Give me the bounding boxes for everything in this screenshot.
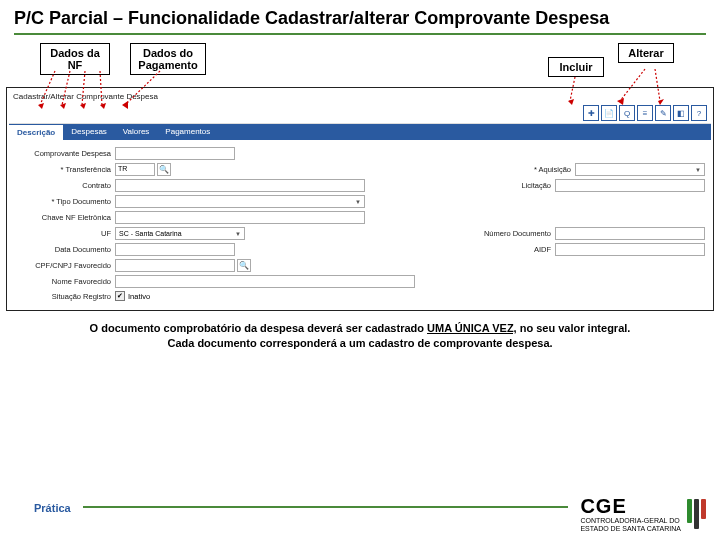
aidf-field[interactable] (555, 243, 705, 256)
licitacao-field[interactable] (555, 179, 705, 192)
footer: Prática CGE CONTROLADORIA-GERAL DO ESTAD… (0, 496, 720, 532)
app-window-title: Cadastrar/Alterar Comprovante Despesa (9, 90, 711, 103)
logo-bar-dark (694, 499, 699, 529)
transferencia-lookup-icon[interactable]: 🔍 (157, 163, 171, 176)
chevron-down-icon: ▼ (695, 167, 701, 173)
logo-small-text-1: CONTROLADORIA-GERAL DO (580, 517, 679, 524)
label-dados-nf: Dados da NF (40, 43, 110, 75)
chave-nf-field[interactable] (115, 211, 365, 224)
tipo-documento-select[interactable]: ▼ (115, 195, 365, 208)
app-window: Cadastrar/Alterar Comprovante Despesa ✚ … (6, 87, 714, 311)
tab-despesas[interactable]: Despesas (63, 124, 115, 140)
note-text: O documento comprobatório da despesa dev… (0, 311, 720, 357)
form-area: Comprovante Despesa * Transferência TR 🔍… (9, 140, 711, 306)
label-cpf-cnpj: CPF/CNPJ Favorecido (15, 261, 115, 270)
label-incluir: Incluir (548, 57, 604, 77)
uf-value: SC - Santa Catarina (119, 230, 182, 237)
label-alterar: Alterar (618, 43, 674, 63)
title-rule (14, 33, 706, 35)
comprovante-despesa-field[interactable] (115, 147, 235, 160)
chevron-down-icon: ▼ (355, 199, 361, 205)
logo-bar-green (687, 499, 692, 523)
situacao-value: Inativo (128, 292, 150, 301)
data-documento-field[interactable] (115, 243, 235, 256)
uf-select[interactable]: SC - Santa Catarina▼ (115, 227, 245, 240)
toolbar-panel-button[interactable]: ◧ (673, 105, 689, 121)
footer-rule (83, 506, 569, 508)
transferencia-field[interactable]: TR (115, 163, 155, 176)
label-transferencia: * Transferência (15, 165, 115, 174)
tab-valores[interactable]: Valores (115, 124, 158, 140)
note-line1a: O documento comprobatório da despesa dev… (90, 322, 427, 334)
tab-descricao[interactable]: Descrição (9, 124, 63, 140)
toolbar-copy-button[interactable]: 📄 (601, 105, 617, 121)
label-dados-pagamento: Dados do Pagamento (130, 43, 206, 75)
slide-title: P/C Parcial – Funcionalidade Cadastrar/a… (0, 0, 720, 33)
label-comprovante-despesa: Comprovante Despesa (15, 149, 115, 158)
cpf-cnpj-field[interactable] (115, 259, 235, 272)
label-aidf: AIDF (465, 245, 555, 254)
tab-bar: Descrição Despesas Valores Pagamentos (9, 124, 711, 140)
cge-logo: CGE CONTROLADORIA-GERAL DO ESTADO DE SAN… (580, 496, 706, 532)
cpf-lookup-icon[interactable]: 🔍 (237, 259, 251, 272)
toolbar-edit-button[interactable]: ✎ (655, 105, 671, 121)
note-line2: Cada documento corresponderá a um cadast… (167, 337, 552, 349)
toolbar-search-button[interactable]: Q (619, 105, 635, 121)
practice-link[interactable]: Prática (14, 502, 71, 532)
label-chave-nf: Chave NF Eletrônica (15, 213, 115, 222)
label-nome-favorecido: Nome Favorecido (15, 277, 115, 286)
tab-pagamentos[interactable]: Pagamentos (157, 124, 218, 140)
toolbar-list-button[interactable]: ≡ (637, 105, 653, 121)
annotation-labels-row: Dados da NF Dados do Pagamento Incluir A… (0, 43, 720, 87)
label-uf: UF (15, 229, 115, 238)
note-line1b: UMA ÚNICA VEZ, (427, 322, 517, 334)
label-numero-documento: Número Documento (465, 229, 555, 238)
label-situacao: Situação Registro (15, 292, 115, 301)
label-aquisicao: * Aquisição (485, 165, 575, 174)
toolbar-help-button[interactable]: ? (691, 105, 707, 121)
aquisicao-select[interactable]: ▼ (575, 163, 705, 176)
numero-documento-field[interactable] (555, 227, 705, 240)
logo-big-text: CGE (580, 496, 681, 517)
situacao-checkbox[interactable]: ✔ (115, 291, 125, 301)
logo-mark (687, 499, 706, 529)
label-tipo-documento: * Tipo Documento (15, 197, 115, 206)
logo-small-text-2: ESTADO DE SANTA CATARINA (580, 525, 681, 532)
chevron-down-icon: ▼ (235, 231, 241, 237)
note-line1c: no seu valor integral. (517, 322, 631, 334)
nome-favorecido-field[interactable] (115, 275, 415, 288)
toolbar-add-button[interactable]: ✚ (583, 105, 599, 121)
label-licitacao: Licitação (465, 181, 555, 190)
logo-bar-red (701, 499, 706, 519)
contrato-field[interactable] (115, 179, 365, 192)
app-toolbar: ✚ 📄 Q ≡ ✎ ◧ ? (9, 103, 711, 124)
label-data-documento: Data Documento (15, 245, 115, 254)
label-contrato: Contrato (15, 181, 115, 190)
